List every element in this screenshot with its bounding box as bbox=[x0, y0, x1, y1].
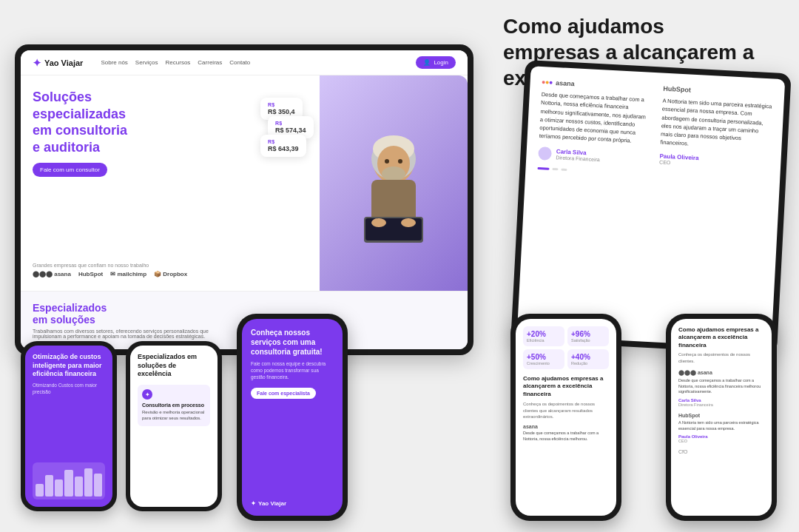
nav-links: Sobre nós Serviços Recursos Carreiras Co… bbox=[101, 59, 250, 66]
stat-4: +40% Redução bbox=[567, 349, 609, 369]
brand-logo: ✦ Yao Viajar bbox=[33, 57, 83, 69]
partner-dropbox: 📦 Dropbox bbox=[154, 271, 187, 277]
phone2-screen: Especializados em soluções de excelência… bbox=[130, 346, 218, 507]
partners-label: Grandes empresas que confiam no nosso tr… bbox=[33, 263, 241, 268]
svg-point-11 bbox=[401, 218, 416, 227]
author-2: Paula Oliveira CEO bbox=[659, 152, 769, 170]
tablet-main: ✦ Yao Viajar Sobre nós Serviços Recursos… bbox=[15, 44, 473, 355]
phone-specialized: Especializados em soluções de excelência… bbox=[126, 341, 222, 511]
phone-bc-logo: ✦ Yao Viajar bbox=[251, 500, 334, 507]
login-button[interactable]: 👤 Login bbox=[416, 56, 456, 69]
phone-chart bbox=[33, 462, 105, 499]
person-illustration bbox=[342, 121, 445, 246]
cfo-label: CfO bbox=[678, 449, 764, 454]
phone-bc-screen: Conheça nossos serviços com uma consulto… bbox=[242, 319, 343, 516]
card-title: Consultoria em processo bbox=[142, 403, 206, 408]
svg-point-6 bbox=[398, 159, 402, 164]
stats-grid: +20% Eficiência +96% Satisfação +50% Cre… bbox=[523, 326, 609, 369]
asana-logo: asana bbox=[542, 78, 651, 92]
tablet-testimonials: asana Desde que começamos a trabalhar co… bbox=[510, 60, 791, 354]
phone-bc-heading: Conheça nossos serviços com uma consulto… bbox=[251, 328, 334, 357]
hero-photo bbox=[320, 75, 468, 291]
phone-cost-screen: Otimização de custos inteligente para ma… bbox=[25, 346, 112, 507]
hero-cta-button[interactable]: Fale com um consultor bbox=[33, 163, 107, 177]
hero-heading: Soluções especializadas em consultoria e… bbox=[33, 89, 241, 155]
partner-asana: ⬤⬤⬤ asana bbox=[33, 271, 71, 277]
partner-hubspot: HubSpot bbox=[78, 271, 103, 277]
phone-cost-optimization: Otimização de custos inteligente para ma… bbox=[21, 341, 117, 511]
phone-bl-sub: Otimizando Custos com maior precisão bbox=[33, 382, 105, 395]
logo-icon: ✦ bbox=[33, 57, 41, 69]
phone-fr-heading: Como ajudamos empresas a alcançarem a ex… bbox=[678, 326, 764, 349]
phone-free-consult: Conheça nossos serviços com uma consulto… bbox=[237, 314, 348, 521]
tablet-main-screen: ✦ Yao Viajar Sobre nós Serviços Recursos… bbox=[21, 50, 468, 349]
testimonial-mini: asana Desde que começamos a trabalhar co… bbox=[523, 424, 609, 442]
testimonial-fr-2: HubSpot A Nottoria tem sido uma parceira… bbox=[678, 413, 764, 443]
bottom-desc: Trabalhamos com diversos setores, oferec… bbox=[33, 329, 225, 339]
phone-bl-heading: Otimização de custos inteligente para ma… bbox=[33, 353, 105, 379]
partner-mailchimp: ✉ mailchimp bbox=[110, 271, 146, 277]
phone-fr-screen: Como ajudamos empresas a alcançarem a ex… bbox=[671, 319, 772, 516]
tablet-hero: Soluções especializadas em consultoria e… bbox=[21, 75, 468, 291]
hero-left: Soluções especializadas em consultoria e… bbox=[21, 75, 253, 291]
testimonial-fr-1: ⬤⬤⬤ asana Desde que começamos a trabalha… bbox=[678, 370, 764, 407]
author-1: Carla Silva Diretora Financeira bbox=[538, 146, 648, 165]
phone-br-screen: +20% Eficiência +96% Satisfação +50% Cre… bbox=[516, 319, 616, 516]
partners-list: ⬤⬤⬤ asana HubSpot ✉ mailchimp 📦 Dropbox bbox=[33, 271, 241, 277]
tablet-nav: ✦ Yao Viajar Sobre nós Serviços Recursos… bbox=[21, 50, 468, 75]
phone-stats: +20% Eficiência +96% Satisfação +50% Cre… bbox=[510, 314, 621, 521]
svg-point-10 bbox=[371, 218, 386, 227]
phone-br-desc: Conheça os depoimentos de nossos cliente… bbox=[523, 401, 609, 420]
avatar-1 bbox=[538, 146, 552, 160]
card-text: Revisão e melhoria operacional para otim… bbox=[142, 409, 206, 422]
phone-bc-text: Fale com nossa equipe e descubra como po… bbox=[251, 360, 334, 380]
svg-point-4 bbox=[382, 166, 405, 181]
stat-3: +50% Crescimento bbox=[523, 349, 564, 369]
svg-point-5 bbox=[385, 159, 389, 164]
hubspot-logo: HubSpot bbox=[663, 85, 772, 98]
phone-fr-desc: Conheça os depoimentos de nossos cliente… bbox=[678, 351, 764, 364]
price-cards-area: R$ R$ 350,4 R$ R$ 574,34 R$ R$ 643,39 bbox=[253, 75, 468, 291]
phone-br-heading: Como ajudamos empresas a alcançarem a ex… bbox=[523, 375, 609, 398]
phone-full-testimonials: Como ajudamos empresas a alcançarem a ex… bbox=[666, 314, 777, 521]
testimonials-grid: asana Desde que começamos a trabalhar co… bbox=[530, 78, 773, 336]
stat-2: +96% Satisfação bbox=[567, 326, 609, 346]
phone-bl2-heading: Especializados em soluções de excelência bbox=[138, 353, 210, 379]
phone-bc-cta[interactable]: Fale com especialista bbox=[251, 388, 316, 399]
consultancy-card: ✦ Consultoria em processo Revisão e melh… bbox=[138, 385, 210, 426]
stat-1: +20% Eficiência bbox=[523, 326, 564, 346]
testimonials-screen: asana Desde que começamos a trabalhar co… bbox=[517, 66, 786, 349]
testimonial-1: asana Desde que começamos a trabalhar co… bbox=[530, 78, 652, 329]
testimonial-2: HubSpot A Nottoria tem sido uma parceira… bbox=[650, 85, 772, 336]
card-icon: ✦ bbox=[142, 389, 152, 400]
price-card-3: R$ R$ 643,39 bbox=[260, 135, 306, 157]
pagination bbox=[537, 166, 647, 175]
